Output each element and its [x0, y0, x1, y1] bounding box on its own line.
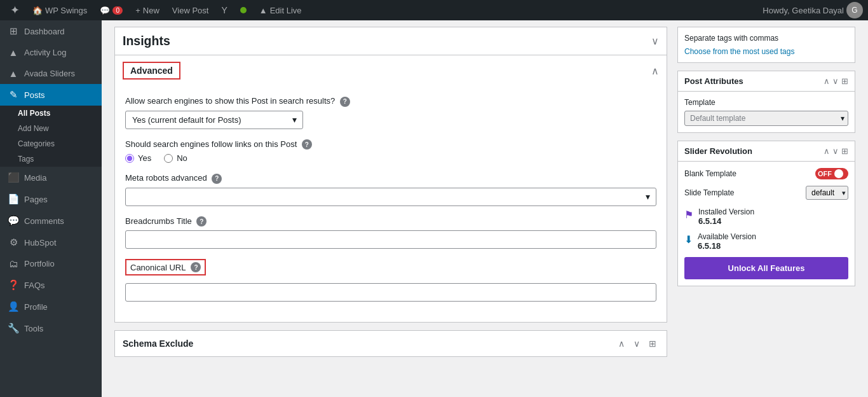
sidebar-item-profile[interactable]: 👤 Profile [0, 296, 102, 317]
submenu-tags[interactable]: Tags [0, 151, 102, 167]
sidebar-item-portfolio[interactable]: 🗂 Portfolio [0, 253, 102, 274]
sidebar-label-pages: Pages [24, 195, 48, 204]
side-column: Separate tags with commas Choose from th… [677, 27, 855, 357]
search-engines-select[interactable]: Yes (current default for Posts) No [125, 111, 303, 129]
advanced-collapse-btn[interactable]: ∧ [651, 65, 659, 77]
follow-yes-label: Yes [138, 153, 151, 163]
sidebar-item-dashboard[interactable]: ⊞ Dashboard [0, 20, 102, 42]
meta-robots-select[interactable] [125, 188, 656, 206]
posts-submenu: All Posts Add New Categories Tags [0, 106, 102, 167]
sidebar-label-activity-log: Activity Log [24, 48, 66, 57]
slider-revolution-up-btn[interactable]: ∧ [824, 146, 830, 156]
sidebar-label-profile: Profile [24, 302, 48, 312]
follow-no-input[interactable] [164, 154, 173, 163]
schema-exclude-expand-btn[interactable]: ⊞ [646, 337, 659, 350]
search-engines-help-icon[interactable]: ? [340, 97, 350, 107]
sidebar-item-tools[interactable]: 🔧 Tools [0, 317, 102, 339]
comment-count: 0 [112, 6, 123, 15]
tags-choose-link[interactable]: Choose from the most used tags [684, 47, 794, 56]
slide-template-select-wrapper: default ▾ [806, 186, 848, 200]
slider-revolution-down-btn[interactable]: ∨ [832, 146, 839, 156]
follow-links-help-icon[interactable]: ? [302, 139, 312, 150]
meta-robots-label: Meta robots advanced ? [125, 173, 656, 184]
sidebar-item-pages[interactable]: 📄 Pages [0, 188, 102, 210]
advanced-body: Allow search engines to show this Post i… [115, 86, 667, 322]
sidebar-item-avada-sliders[interactable]: ▲ Avada Sliders [0, 63, 102, 84]
submenu-add-new[interactable]: Add New [0, 121, 102, 136]
follow-yes-input[interactable] [125, 154, 134, 163]
user-avatar: G [846, 2, 863, 18]
canonical-url-group: Canonical URL ? [125, 259, 656, 302]
meta-robots-group: Meta robots advanced ? ▾ [125, 173, 656, 206]
adminbar-view-post[interactable]: View Post [167, 0, 214, 20]
canonical-url-bordered-label: Canonical URL ? [125, 259, 206, 275]
tags-panel-body: Separate tags with commas Choose from th… [678, 27, 855, 62]
insights-title: Insights [123, 34, 170, 48]
schema-exclude-up-btn[interactable]: ∧ [616, 337, 627, 350]
slider-revolution-expand-btn[interactable]: ⊞ [841, 146, 848, 156]
canonical-url-input[interactable] [125, 283, 656, 302]
home-icon: 🏠 [32, 6, 43, 15]
schema-exclude-title: Schema Exclude [123, 338, 193, 349]
new-label: New [143, 6, 159, 15]
search-engines-show-label: Allow search engines to show this Post i… [125, 96, 656, 107]
sidebar-item-posts[interactable]: ✎ Posts [0, 84, 102, 106]
follow-links-group: Should search engines follow links on th… [125, 139, 656, 164]
slide-template-select[interactable]: default [806, 186, 848, 200]
follow-no-radio[interactable]: No [164, 153, 187, 163]
post-attributes-down-btn[interactable]: ∨ [832, 76, 839, 86]
sidebar-label-avada: Avada Sliders [24, 69, 75, 78]
blank-template-row: Blank Template OFF [684, 168, 848, 179]
installed-version-row: ⚑ Installed Version 6.5.14 [684, 207, 848, 226]
post-attributes-title: Post Attributes [684, 76, 743, 86]
slider-revolution-header: Slider Revolution ∧ ∨ ⊞ [678, 141, 855, 162]
adminbar-comments[interactable]: 💬 0 [95, 0, 128, 20]
template-select[interactable]: Default template [684, 111, 848, 126]
schema-exclude-down-btn[interactable]: ∨ [631, 337, 642, 350]
installed-version-label: Installed Version [698, 207, 754, 216]
breadcrumbs-title-help-icon[interactable]: ? [196, 216, 207, 226]
canonical-url-help-icon[interactable]: ? [191, 262, 201, 272]
submenu-all-posts[interactable]: All Posts [0, 106, 102, 121]
post-attributes-expand-btn[interactable]: ⊞ [841, 76, 848, 86]
sidebar-item-activity-log[interactable]: ▲ Activity Log [0, 42, 102, 63]
advanced-title: Advanced [123, 62, 180, 80]
meta-robots-help-icon[interactable]: ? [212, 174, 222, 184]
blank-template-toggle[interactable]: OFF [815, 168, 848, 179]
sidebar-item-hubspot[interactable]: ⚙ HubSpot [0, 232, 102, 253]
sidebar-label-tools: Tools [24, 324, 43, 333]
follow-no-label: No [177, 153, 187, 163]
follow-links-label: Should search engines follow links on th… [125, 139, 656, 150]
advanced-header[interactable]: Advanced ∧ [115, 55, 667, 86]
breadcrumbs-title-input[interactable] [125, 230, 656, 249]
edit-live-label: Edit Live [270, 6, 302, 15]
unlock-all-features-button[interactable]: Unlock All Features [684, 257, 848, 279]
main-column: Insights ∨ Advanced ∧ Allow search engin… [114, 27, 667, 357]
available-version-info: Available Version 6.5.18 [698, 232, 756, 251]
adminbar-edit-live[interactable]: ▲ Edit Live [254, 0, 307, 20]
insights-collapse-btn[interactable]: ∨ [651, 35, 659, 47]
dashboard-icon: ⊞ [8, 25, 19, 37]
media-icon: ⬛ [8, 172, 19, 183]
sidebar-item-comments[interactable]: 💬 Comments [0, 210, 102, 232]
available-version-icon: ⬇ [684, 233, 693, 246]
adminbar-site[interactable]: 🏠 WP Swings [27, 0, 92, 20]
sidebar-label-portfolio: Portfolio [24, 259, 55, 268]
slider-revolution-actions: ∧ ∨ ⊞ [824, 146, 848, 156]
sidebar-item-media[interactable]: ⬛ Media [0, 167, 102, 188]
post-attributes-up-btn[interactable]: ∧ [824, 76, 830, 86]
avada-icon: ▲ [259, 6, 268, 15]
main-content: Insights ∨ Advanced ∧ Allow search engin… [102, 20, 868, 397]
available-version-row: ⬇ Available Version 6.5.18 [684, 232, 848, 251]
search-engines-show-group: Allow search engines to show this Post i… [125, 96, 656, 129]
post-attributes-panel: Post Attributes ∧ ∨ ⊞ Template Default t… [677, 71, 855, 133]
submenu-categories[interactable]: Categories [0, 136, 102, 151]
adminbar-yoast-icon[interactable]: Y [216, 0, 232, 20]
follow-yes-radio[interactable]: Yes [125, 153, 151, 163]
view-post-label: View Post [172, 6, 209, 15]
meta-robots-text: Meta robots advanced [125, 173, 207, 183]
adminbar-logo[interactable]: ✦ [5, 0, 25, 20]
adminbar-new[interactable]: + New [130, 0, 165, 20]
schema-exclude-actions: ∧ ∨ ⊞ [616, 337, 659, 350]
sidebar-item-faqs[interactable]: ❓ FAQs [0, 274, 102, 296]
